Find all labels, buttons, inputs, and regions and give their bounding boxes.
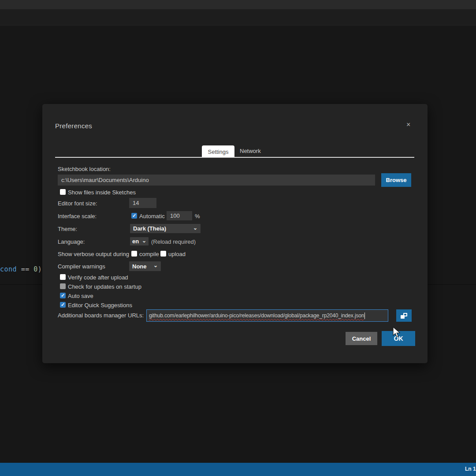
check-updates-checkbox[interactable] xyxy=(60,283,66,289)
tab-network[interactable]: Network xyxy=(240,148,261,154)
check-icon: ✓ xyxy=(61,293,65,298)
compiler-warnings-value: None xyxy=(132,263,147,270)
language-label: Language: xyxy=(58,238,85,245)
verbose-output-label: Show verbose output during xyxy=(58,251,129,257)
status-bar: Ln 1 xyxy=(0,463,476,476)
sketchbook-location-label: Sketchbook location: xyxy=(58,166,111,172)
tab-underline xyxy=(55,157,414,158)
verbose-compile-checkbox[interactable] xyxy=(131,251,137,257)
language-select[interactable]: en ⌄ xyxy=(130,237,149,245)
preferences-dialog: Preferences × Settings Network Sketchboo… xyxy=(42,104,428,363)
close-icon[interactable]: × xyxy=(406,121,410,129)
check-updates-label: Check for updates on startup xyxy=(68,283,141,290)
show-files-checkbox[interactable] xyxy=(60,189,66,195)
browse-button[interactable]: Browse xyxy=(381,173,411,187)
chevron-down-icon: ⌄ xyxy=(193,225,197,231)
quick-suggestions-label: Editor Quick Suggestions xyxy=(68,302,132,309)
tab-settings[interactable]: Settings xyxy=(202,145,234,158)
code-token: 0 xyxy=(33,265,38,273)
cancel-button[interactable]: Cancel xyxy=(346,332,377,345)
language-select-value: en xyxy=(132,238,139,245)
app-window: cond == 0) { Ln 1 Preferences × Settings… xyxy=(0,0,476,476)
compiler-warnings-label: Compiler warnings xyxy=(58,263,105,270)
auto-save-label: Auto save xyxy=(68,293,93,299)
interface-scale-label: Interface scale: xyxy=(58,213,97,219)
theme-select-value: Dark (Theia) xyxy=(133,225,166,232)
interface-scale-auto-checkbox[interactable]: ✓ xyxy=(131,213,137,219)
sketchbook-location-input[interactable] xyxy=(58,175,375,186)
show-files-label: Show files inside Sketches xyxy=(68,189,136,196)
multi-window-icon xyxy=(401,313,407,319)
editor-font-size-input[interactable] xyxy=(129,198,156,208)
code-token: == xyxy=(17,265,33,273)
verbose-upload-checkbox[interactable] xyxy=(160,251,166,257)
chevron-down-icon: ⌄ xyxy=(153,262,158,268)
chevron-down-icon: ⌄ xyxy=(142,238,146,244)
edit-urls-list-button[interactable] xyxy=(396,309,412,322)
theme-select[interactable]: Dark (Theia) ⌄ xyxy=(130,224,201,233)
verbose-compile-label: compile xyxy=(139,251,159,257)
compiler-warnings-select[interactable]: None ⌄ xyxy=(129,261,161,271)
quick-suggestions-checkbox[interactable]: ✓ xyxy=(60,302,66,308)
boards-urls-label: Additional boards manager URLs: xyxy=(58,312,144,319)
interface-scale-input[interactable] xyxy=(167,211,192,220)
code-token: cond xyxy=(0,265,17,273)
auto-save-checkbox[interactable]: ✓ xyxy=(60,293,66,298)
verbose-upload-label: upload xyxy=(168,251,186,257)
verify-code-checkbox[interactable] xyxy=(60,274,66,280)
language-reload-note: (Reload required) xyxy=(151,238,196,245)
boards-urls-value: github.com/earlephilhower/arduino-pico/r… xyxy=(149,312,364,319)
verify-code-label: Verify code after upload xyxy=(68,274,128,281)
dialog-title: Preferences xyxy=(55,122,92,130)
interface-scale-unit: % xyxy=(195,213,200,219)
cursor-position-status[interactable]: Ln 1 xyxy=(465,466,476,472)
interface-scale-auto-label: Automatic xyxy=(139,213,165,219)
boards-urls-input[interactable]: github.com/earlephilhower/arduino-pico/r… xyxy=(146,309,388,322)
check-icon: ✓ xyxy=(132,213,136,218)
ok-button[interactable]: OK xyxy=(382,331,415,346)
check-icon: ✓ xyxy=(61,302,65,307)
theme-label: Theme: xyxy=(58,226,77,232)
menubar xyxy=(0,9,476,26)
titlebar xyxy=(0,0,476,9)
text-caret xyxy=(364,312,365,319)
editor-font-size-label: Editor font size: xyxy=(58,200,97,207)
